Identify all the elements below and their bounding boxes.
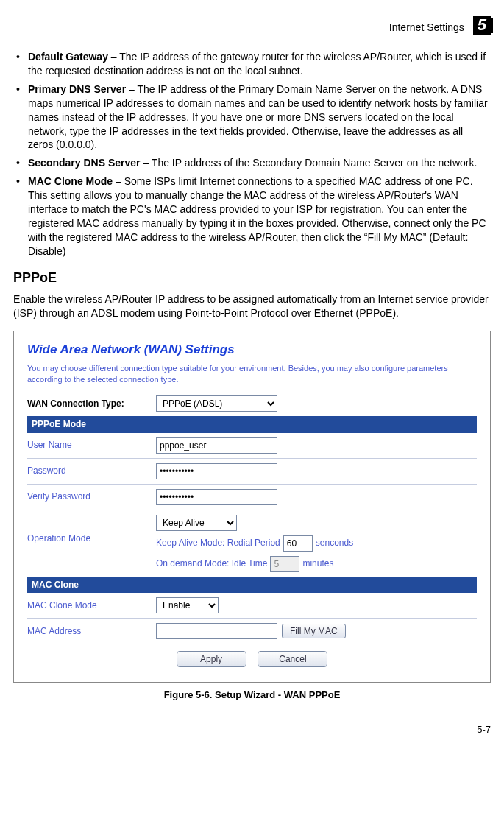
chapter-number: 5 <box>473 16 491 35</box>
operation-mode-label: Operation Mode <box>27 515 156 544</box>
list-item: Default Gateway – The IP address of the … <box>13 50 491 78</box>
definition-list: Default Gateway – The IP address of the … <box>13 50 491 258</box>
mac-clone-mode-select[interactable]: Enable <box>156 597 219 613</box>
ondemand-prefix: On demand Mode: Idle Time <box>156 557 267 569</box>
wan-settings-desc: You may choose different connection type… <box>27 363 477 386</box>
row-operation-mode: Operation Mode Keep Alive Keep Alive Mod… <box>27 515 477 572</box>
username-input[interactable] <box>156 437 277 454</box>
figure-screenshot: Wide Area Network (WAN) Settings You may… <box>13 331 491 683</box>
redial-period-input[interactable] <box>283 535 313 552</box>
term: Primary DNS Server <box>28 83 126 95</box>
password-label: Password <box>27 465 156 476</box>
list-item: MAC Clone Mode – Some ISPs limit Interne… <box>13 175 491 258</box>
ondemand-suffix: minutes <box>302 557 333 569</box>
verify-password-label: Verify Password <box>27 490 156 502</box>
username-label: User Name <box>27 439 156 451</box>
keepalive-line: Keep Alive Mode: Redial Period senconds <box>156 535 477 552</box>
verify-password-input[interactable] <box>156 489 277 505</box>
mac-address-input[interactable] <box>156 623 277 639</box>
wan-settings-title: Wide Area Network (WAN) Settings <box>27 342 477 359</box>
row-password: Password <box>27 463 477 479</box>
cancel-button[interactable]: Cancel <box>258 651 327 667</box>
row-connection-type: WAN Connection Type: PPPoE (ADSL) <box>27 395 477 412</box>
keepalive-prefix: Keep Alive Mode: Redial Period <box>156 537 280 549</box>
definition: – The IP address of the Secondary Domain… <box>141 157 478 169</box>
list-item: Secondary DNS Server – The IP address of… <box>13 156 491 170</box>
action-buttons: Apply Cancel <box>27 651 477 667</box>
row-username: User Name <box>27 437 477 454</box>
section-intro: Enable the wireless AP/Router IP address… <box>13 292 491 320</box>
list-item: Primary DNS Server – The IP address of t… <box>13 82 491 152</box>
term: Default Gateway <box>28 51 108 63</box>
row-mac-address: MAC Address Fill My MAC <box>27 623 477 639</box>
row-verify-password: Verify Password <box>27 489 477 505</box>
keepalive-suffix: senconds <box>316 537 353 549</box>
definition: – Some ISPs limit Internet connections t… <box>28 175 486 256</box>
page-header: Internet Settings 5 <box>13 18 491 37</box>
header-title: Internet Settings <box>389 21 464 35</box>
fill-my-mac-button[interactable]: Fill My MAC <box>282 624 346 638</box>
section-bar-pppoe: PPPoE Mode <box>27 416 477 432</box>
operation-mode-select[interactable]: Keep Alive <box>156 515 237 531</box>
term: Secondary DNS Server <box>28 157 141 169</box>
figure-caption: Figure 5-6. Setup Wizard - WAN PPPoE <box>13 689 491 702</box>
page-number: 5-7 <box>13 723 491 736</box>
apply-button[interactable]: Apply <box>177 651 246 667</box>
password-input[interactable] <box>156 463 277 479</box>
term: MAC Clone Mode <box>28 175 113 187</box>
section-heading: PPPoE <box>13 269 491 286</box>
mac-address-label: MAC Address <box>27 625 156 637</box>
row-mac-clone-mode: MAC Clone Mode Enable <box>27 597 477 613</box>
ondemand-line: On demand Mode: Idle Time minutes <box>156 556 477 572</box>
connection-type-label: WAN Connection Type: <box>27 398 156 409</box>
connection-type-select[interactable]: PPPoE (ADSL) <box>156 395 277 412</box>
mac-clone-mode-label: MAC Clone Mode <box>27 599 156 611</box>
section-bar-macclone: MAC Clone <box>27 577 477 593</box>
idle-time-input[interactable] <box>270 556 299 572</box>
